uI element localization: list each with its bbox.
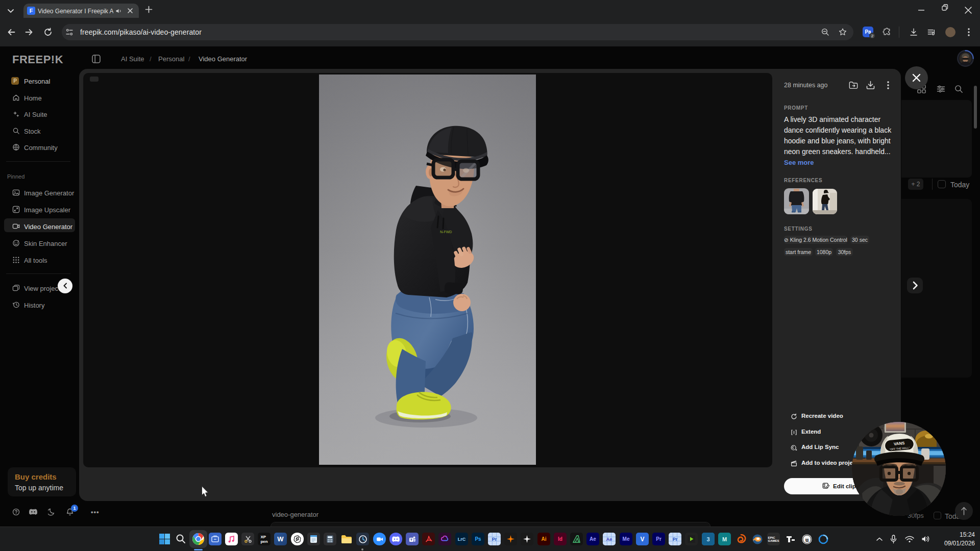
- svg-text:Pr: Pr: [673, 537, 678, 542]
- svg-text:N-FWD: N-FWD: [440, 230, 452, 234]
- svg-text:Ae: Ae: [606, 537, 612, 542]
- svg-text:u: u: [805, 536, 808, 543]
- svg-text:3: 3: [706, 536, 709, 542]
- svg-text:Pr: Pr: [492, 537, 497, 542]
